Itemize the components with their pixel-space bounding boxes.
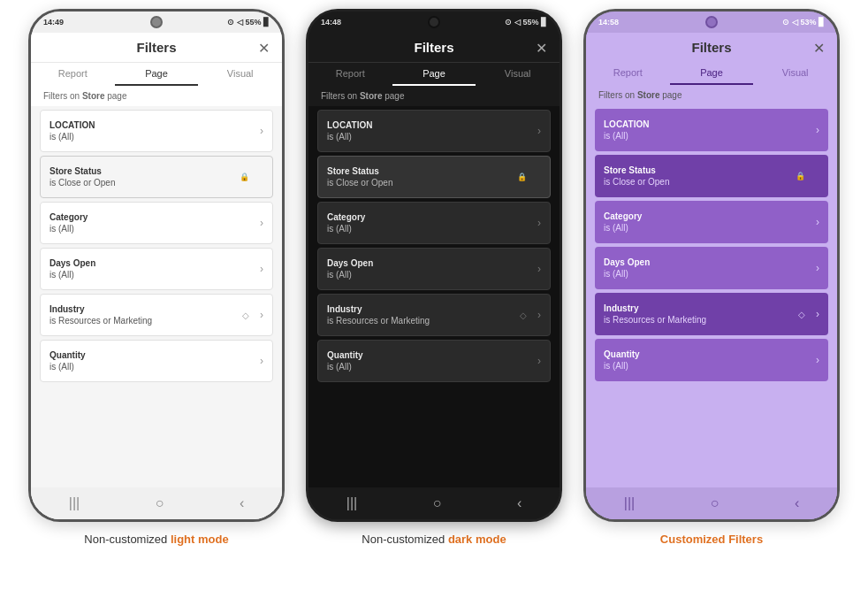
chevron-icon-0-light: › [260,125,263,137]
chevron-icon-5-dark: › [537,355,541,367]
filter-item-5-purple[interactable]: Quantityis (All)› [595,339,828,381]
status-icons-light: ⊙ ◁ 55% ▊ [227,18,270,27]
chevron-icon-0-dark: › [537,125,541,137]
lock-icon-1-purple: 🔒 [796,172,805,180]
filter-value-1-dark: is Close or Open [327,178,541,188]
chevron-icon-2-dark: › [537,217,541,229]
filter-title-1-purple: Store Status [604,165,819,175]
tab-page-purple[interactable]: Page [670,62,754,85]
filter-item-4-light[interactable]: Industryis Resources or Marketing◇› [40,294,273,336]
filter-item-3-purple[interactable]: Days Openis (All)› [595,247,828,289]
nav-menu-icon-purple[interactable]: ||| [624,495,635,511]
nav-back-icon-light[interactable]: ‹ [240,495,244,511]
filter-item-0-light[interactable]: LOCATIONis (All)› [40,110,273,152]
filter-item-4-purple[interactable]: Industryis Resources or Marketing◇› [595,293,828,335]
filter-title-3-light: Days Open [49,258,263,268]
status-icons-purple: ⊙ ◁ 53% ▊ [782,18,825,27]
nav-home-icon-dark[interactable]: ○ [433,495,442,511]
phone-label-light: Non-customized light mode [84,533,228,546]
tab-page-dark[interactable]: Page [392,63,476,86]
chevron-icon-2-light: › [260,217,263,229]
filters-list-purple: LOCATIONis (All)›Store Statusis Close or… [586,105,837,487]
status-time-purple: 14:58 [598,18,619,27]
filter-value-2-purple: is (All) [604,223,819,233]
camera-notch-purple [705,16,718,28]
nav-home-icon-light[interactable]: ○ [156,495,164,511]
filter-item-5-dark[interactable]: Quantityis (All)› [317,340,551,382]
filter-value-5-purple: is (All) [604,361,819,371]
nav-back-icon-purple[interactable]: ‹ [795,495,799,511]
tab-visual-purple[interactable]: Visual [753,62,837,85]
close-button-purple[interactable]: ✕ [813,39,825,56]
phone-content-purple: Filters✕ReportPageVisualFilters on Store… [586,33,837,519]
filters-header-dark: Filters✕ [308,33,560,63]
filter-title-4-dark: Industry [327,304,541,314]
filter-item-2-light[interactable]: Categoryis (All)› [40,202,273,244]
phone-label-dark: Non-customized dark mode [362,533,506,546]
chevron-icon-5-purple: › [816,354,819,366]
filter-item-5-light[interactable]: Quantityis (All)› [40,340,273,382]
tab-visual-dark[interactable]: Visual [476,63,560,86]
close-button-light[interactable]: ✕ [258,39,270,56]
filter-title-2-purple: Category [604,211,819,221]
filter-item-0-dark[interactable]: LOCATIONis (All)› [317,110,551,152]
tab-report-purple[interactable]: Report [586,62,670,85]
status-icons-dark: ⊙ ◁ 55% ▊ [505,18,547,27]
phone-wrapper-light: 14:49 ⊙ ◁ 55% ▊Filters✕ReportPageVisualF… [28,9,285,546]
filter-value-3-purple: is (All) [604,269,819,279]
close-button-dark[interactable]: ✕ [536,39,547,56]
chevron-icon-3-purple: › [816,262,819,274]
filter-title-5-dark: Quantity [327,350,541,360]
nav-menu-icon-light[interactable]: ||| [69,495,80,511]
filters-title-light: Filters [136,40,176,55]
filter-title-2-dark: Category [327,212,541,222]
filter-title-3-dark: Days Open [327,258,541,268]
nav-back-icon-dark[interactable]: ‹ [517,495,522,511]
nav-bar-purple: |||○‹ [586,487,837,519]
phone-label-purple: Customized Filters [660,533,763,546]
filter-item-2-purple[interactable]: Categoryis (All)› [595,201,828,243]
filter-item-0-purple[interactable]: LOCATIONis (All)› [595,109,828,151]
filter-value-1-purple: is Close or Open [604,177,819,187]
filter-item-1-dark[interactable]: Store Statusis Close or Open🔒 [317,156,551,198]
phone-dark: 14:48 ⊙ ◁ 55% ▊Filters✕ReportPageVisualF… [306,9,562,522]
bookmark-icon-4-dark: ◇ [520,310,527,320]
tab-page-light[interactable]: Page [115,63,199,86]
filter-item-1-light[interactable]: Store Statusis Close or Open🔒 [40,156,273,198]
filters-title-dark: Filters [414,40,453,55]
nav-bar-dark: |||○‹ [308,487,560,519]
filter-title-0-dark: LOCATION [327,120,541,130]
filter-value-0-light: is (All) [49,132,263,142]
filter-item-2-dark[interactable]: Categoryis (All)› [317,202,551,244]
nav-menu-icon-dark[interactable]: ||| [346,495,357,511]
filter-value-5-light: is (All) [49,362,263,372]
filter-title-0-light: LOCATION [49,120,263,130]
lock-icon-1-light: 🔒 [240,172,249,181]
chevron-icon-0-purple: › [816,124,819,136]
nav-home-icon-purple[interactable]: ○ [711,495,720,511]
phone-purple: 14:58 ⊙ ◁ 53% ▊Filters✕ReportPageVisualF… [583,9,840,522]
filter-item-4-dark[interactable]: Industryis Resources or Marketing◇› [317,294,551,336]
phones-container: 14:49 ⊙ ◁ 55% ▊Filters✕ReportPageVisualF… [19,9,849,546]
filter-item-3-light[interactable]: Days Openis (All)› [40,248,273,290]
nav-bar-light: |||○‹ [31,487,282,519]
filter-item-1-purple[interactable]: Store Statusis Close or Open🔒 [595,155,828,197]
phone-content-dark: Filters✕ReportPageVisualFilters on Store… [308,33,560,519]
filter-item-3-dark[interactable]: Days Openis (All)› [317,248,551,290]
tabs-row-purple: ReportPageVisual [586,62,837,85]
filter-value-3-dark: is (All) [327,270,541,280]
tab-visual-light[interactable]: Visual [198,63,282,86]
filters-list-dark: LOCATIONis (All)›Store Statusis Close or… [308,106,560,487]
filter-value-0-purple: is (All) [604,131,819,141]
phone-content-light: Filters✕ReportPageVisualFilters on Store… [31,33,282,519]
tab-report-dark[interactable]: Report [308,63,392,86]
camera-notch-dark [428,16,440,28]
chevron-icon-5-light: › [260,355,263,367]
label-prefix-light: Non-customized [84,533,171,546]
filter-value-1-light: is Close or Open [49,178,263,188]
status-time-dark: 14:48 [321,18,341,27]
tab-report-light[interactable]: Report [31,63,115,86]
filter-title-5-purple: Quantity [604,349,819,359]
filter-value-4-purple: is Resources or Marketing [604,315,819,325]
filter-title-1-light: Store Status [49,166,263,176]
